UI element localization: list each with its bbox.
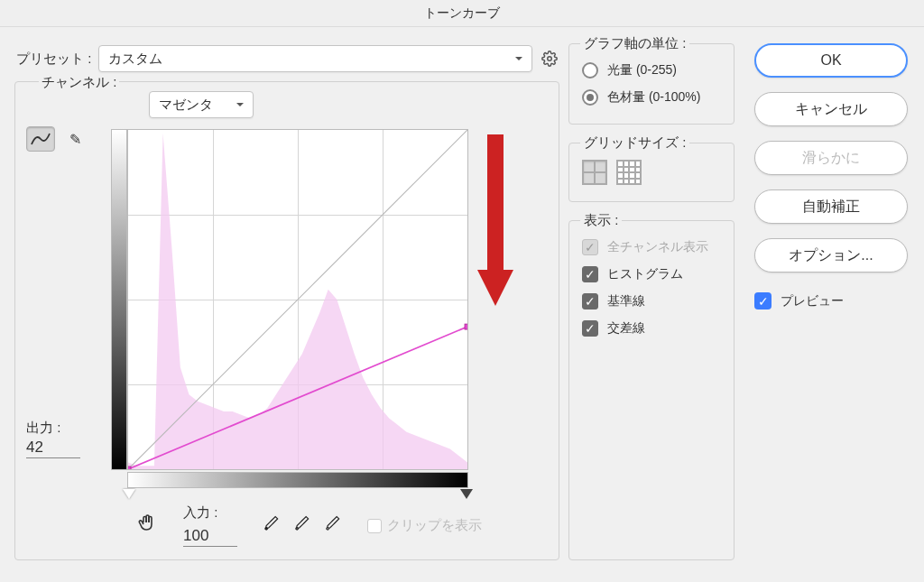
radio-light-label: 光量 (0-255): [607, 62, 677, 79]
cancel-button[interactable]: キャンセル: [754, 92, 908, 126]
radio-light[interactable]: 光量 (0-255): [582, 57, 721, 84]
display-title: 表示 :: [580, 212, 622, 229]
svg-point-0: [548, 57, 552, 61]
check-all-channels-label: 全チャンネル表示: [607, 239, 708, 255]
svg-line-2: [128, 327, 467, 469]
show-clip-label: クリップを表示: [387, 517, 482, 534]
check-crossline[interactable]: ✓ 交差線: [582, 315, 721, 342]
radio-pigment-label: 色材量 (0-100%): [607, 89, 700, 106]
curve-tool-points[interactable]: [26, 126, 55, 152]
check-baseline-label: 基準線: [607, 293, 645, 309]
preset-label: プリセット :: [16, 51, 91, 68]
check-histogram-label: ヒストグラム: [607, 266, 683, 282]
axis-units-group: グラフ軸の単位 : 光量 (0-255) 色材量 (0-100%): [568, 43, 735, 125]
smooth-button[interactable]: 滑らかに: [754, 141, 908, 175]
curve-layer: [128, 130, 467, 469]
annotation-arrow: [473, 125, 518, 315]
channel-label: チャンネル :: [39, 74, 119, 91]
radio-icon: [582, 89, 598, 106]
check-baseline[interactable]: ✓ 基準線: [582, 288, 721, 315]
pencil-icon: ✎: [69, 131, 81, 148]
gear-icon[interactable]: [540, 49, 559, 69]
grid-fine-button[interactable]: [616, 160, 642, 185]
radio-pigment[interactable]: 色材量 (0-100%): [582, 84, 721, 111]
show-clip-checkbox[interactable]: [367, 519, 382, 533]
axis-units-title: グラフ軸の単位 :: [580, 35, 689, 52]
ok-button[interactable]: OK: [754, 43, 908, 78]
checkbox-icon: ✓: [754, 292, 772, 309]
titlebar: トーンカーブ: [0, 0, 924, 27]
svg-point-9: [327, 528, 329, 531]
input-label: 入力 :: [183, 504, 237, 522]
svg-point-7: [265, 528, 268, 531]
checkbox-icon: ✓: [582, 320, 598, 337]
output-field[interactable]: 42: [26, 437, 80, 458]
grid-coarse-button[interactable]: [582, 160, 607, 185]
eyedropper-gray-icon[interactable]: [293, 514, 311, 537]
auto-button[interactable]: 自動補正: [754, 189, 908, 224]
checkbox-icon: ✓: [582, 266, 598, 282]
highlight-slider[interactable]: [460, 489, 473, 505]
checkbox-icon: ✓: [582, 293, 598, 309]
eyedropper-white-icon[interactable]: [324, 514, 342, 537]
svg-rect-4: [465, 324, 467, 329]
svg-line-1: [128, 130, 467, 469]
display-group: 表示 : ✓ 全チャンネル表示 ✓ ヒストグラム ✓ 基準線 ✓ 交差線: [568, 220, 735, 560]
radio-icon: [582, 62, 598, 79]
grid-size-group: グリッドサイズ :: [568, 143, 735, 202]
window-title: トーンカーブ: [424, 5, 500, 22]
preset-select[interactable]: カスタム: [98, 45, 532, 72]
check-histogram[interactable]: ✓ ヒストグラム: [582, 261, 721, 288]
shadow-slider[interactable]: [123, 489, 135, 505]
check-crossline-label: 交差線: [607, 320, 645, 337]
curve-canvas[interactable]: [127, 129, 468, 470]
preview-checkbox[interactable]: ✓ プレビュー: [754, 292, 908, 309]
options-button[interactable]: オプション...: [754, 238, 908, 273]
preset-value: カスタム: [108, 51, 162, 68]
channel-value: マゼンタ: [159, 97, 213, 114]
grid-size-title: グリッドサイズ :: [580, 134, 689, 152]
channel-select[interactable]: マゼンタ: [149, 91, 254, 118]
curve-tool-pencil[interactable]: ✎: [60, 126, 89, 152]
check-all-channels: ✓ 全チャンネル表示: [582, 234, 721, 261]
eyedropper-black-icon[interactable]: [263, 514, 281, 537]
checkbox-icon: ✓: [582, 239, 598, 255]
output-gradient: [111, 129, 127, 470]
preview-label: プレビュー: [781, 293, 844, 309]
input-gradient: [127, 472, 468, 488]
svg-rect-3: [128, 467, 131, 469]
output-label: 出力 :: [26, 420, 111, 437]
input-field[interactable]: 100: [183, 525, 237, 547]
hand-adjust-icon[interactable]: [136, 513, 158, 540]
svg-point-8: [296, 528, 299, 531]
svg-marker-6: [477, 270, 513, 306]
